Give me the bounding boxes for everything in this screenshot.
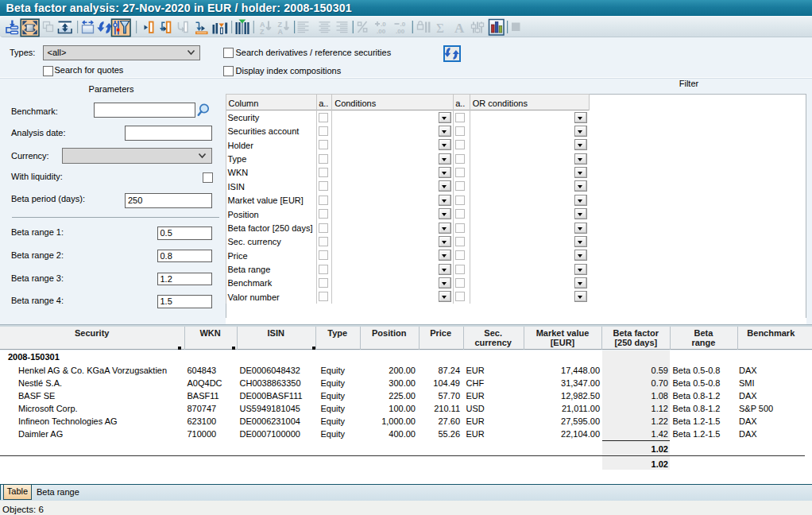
svg-text:Z: Z (260, 28, 265, 36)
svg-text:A: A (278, 28, 284, 36)
svg-text:.00: .00 (377, 28, 386, 35)
svg-text:Σ: Σ (436, 21, 444, 36)
svg-text:.0: .0 (381, 21, 386, 28)
svg-text:.0: .0 (400, 21, 406, 28)
svg-text:.00: .00 (396, 28, 405, 35)
svg-text:A: A (454, 21, 465, 36)
